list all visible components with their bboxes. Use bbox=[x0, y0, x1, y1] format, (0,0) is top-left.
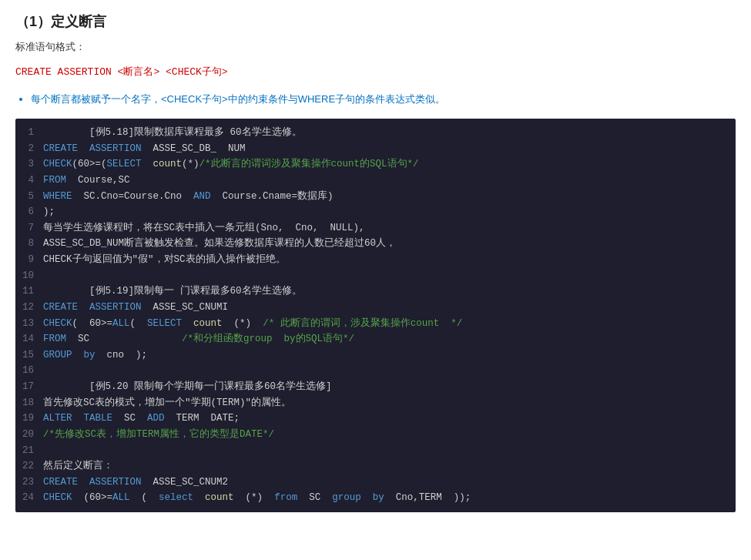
code-line: 19 ALTER TABLE SC ADD TERM DATE; bbox=[15, 411, 736, 427]
code-line: 15 GROUP by cno ); bbox=[15, 347, 736, 364]
line-number: 8 bbox=[15, 236, 43, 252]
line-content: ALTER TABLE SC ADD TERM DATE; bbox=[43, 411, 736, 427]
code-line: 3 CHECK(60>=(SELECT count(*)/*此断言的谓词涉及聚集… bbox=[15, 156, 736, 173]
line-content: FROM SC /*和分组函数group by的SQL语句*/ bbox=[43, 331, 736, 347]
line-content: 每当学生选修课程时，将在SC表中插入一条元组(Sno, Cno, NULL), bbox=[43, 220, 736, 236]
line-content: ); bbox=[43, 204, 736, 220]
line-content: CREATE ASSERTION ASSE_SC_DB_ NUM bbox=[43, 141, 736, 157]
bullet-list: 每个断言都被赋予一个名字，<CHECK子句>中的约束条件与WHERE子句的条件表… bbox=[31, 91, 736, 108]
code-line: 24 CHECK (60>=ALL ( select count (*) fro… bbox=[15, 490, 736, 506]
code-line: 17 [例5.20 限制每个学期每一门课程最多60名学生选修] bbox=[15, 379, 736, 395]
standard-format-label: 标准语句格式： bbox=[15, 40, 736, 54]
code-line: 12 CREATE ASSERTION ASSE_SC_CNUMI bbox=[15, 300, 736, 316]
line-number: 7 bbox=[15, 220, 43, 236]
line-number: 4 bbox=[15, 173, 43, 189]
line-number: 21 bbox=[15, 443, 43, 459]
line-content: [例5.18]限制数据库课程最多 60名学生选修。 bbox=[43, 125, 736, 141]
code-line: 10 bbox=[15, 268, 736, 284]
line-number: 18 bbox=[15, 395, 43, 411]
line-number: 20 bbox=[15, 427, 43, 443]
line-content: FROM Course,SC bbox=[43, 173, 736, 189]
code-line: 5 WHERE SC.Cno=Course.Cno AND Course.Cna… bbox=[15, 189, 736, 205]
line-number: 24 bbox=[15, 490, 43, 506]
line-number: 2 bbox=[15, 141, 43, 157]
line-content: WHERE SC.Cno=Course.Cno AND Course.Cname… bbox=[43, 189, 736, 205]
code-line: 21 bbox=[15, 443, 736, 459]
code-line: 14 FROM SC /*和分组函数group by的SQL语句*/ bbox=[15, 331, 736, 347]
code-line: 13 CHECK( 60>=ALL( SELECT count (*) /* 此… bbox=[15, 316, 736, 332]
code-line: 18 首先修改SC表的模式，增加一个"学期(TERM)"的属性。 bbox=[15, 395, 736, 411]
code-line: 22 然后定义断言： bbox=[15, 458, 736, 474]
code-line: 1 [例5.18]限制数据库课程最多 60名学生选修。 bbox=[15, 125, 736, 141]
syntax-line: CREATE ASSERTION <断言名> <CHECK子句> bbox=[15, 62, 736, 82]
page-container: （1）定义断言 标准语句格式： CREATE ASSERTION <断言名> <… bbox=[0, 0, 751, 525]
line-content: 首先修改SC表的模式，增加一个"学期(TERM)"的属性。 bbox=[43, 395, 736, 411]
code-line: 16 bbox=[15, 363, 736, 379]
line-number: 5 bbox=[15, 189, 43, 205]
line-content: 然后定义断言： bbox=[43, 458, 736, 474]
line-content: GROUP by cno ); bbox=[43, 347, 736, 364]
code-line: 23 CREATE ASSERTION ASSE_SC_CNUM2 bbox=[15, 474, 736, 491]
line-number: 11 bbox=[15, 283, 43, 300]
line-content: [例5.19]限制每一 门课程最多60名学生选修。 bbox=[43, 283, 736, 300]
code-line: 7 每当学生选修课程时，将在SC表中插入一条元组(Sno, Cno, NULL)… bbox=[15, 220, 736, 236]
line-number: 14 bbox=[15, 331, 43, 347]
line-number: 12 bbox=[15, 300, 43, 316]
line-number: 1 bbox=[15, 125, 43, 141]
line-content: /*先修改SC表，增加TERM属性，它的类型是DATE*/ bbox=[43, 427, 736, 443]
code-line: 2 CREATE ASSERTION ASSE_SC_DB_ NUM bbox=[15, 141, 736, 157]
line-content: CREATE ASSERTION ASSE_SC_CNUM2 bbox=[43, 474, 736, 491]
code-line: 6 ); bbox=[15, 204, 736, 220]
line-number: 16 bbox=[15, 363, 43, 379]
code-line: 11 [例5.19]限制每一 门课程最多60名学生选修。 bbox=[15, 283, 736, 300]
line-number: 19 bbox=[15, 411, 43, 427]
line-content: ASSE_SC_DB_NUM断言被触发检查。如果选修数据库课程的人数已经超过60… bbox=[43, 236, 736, 252]
line-number: 9 bbox=[15, 252, 43, 268]
code-line: 20 /*先修改SC表，增加TERM属性，它的类型是DATE*/ bbox=[15, 427, 736, 443]
syntax-create: CREATE ASSERTION <断言名> <CHECK子句> bbox=[15, 66, 228, 78]
code-line: 8 ASSE_SC_DB_NUM断言被触发检查。如果选修数据库课程的人数已经超过… bbox=[15, 236, 736, 252]
code-line: 9 CHECK子句返回值为"假"，对SC表的插入操作被拒绝。 bbox=[15, 252, 736, 268]
code-line: 4 FROM Course,SC bbox=[15, 173, 736, 189]
line-content: CHECK(60>=(SELECT count(*)/*此断言的谓词涉及聚集操作… bbox=[43, 156, 736, 173]
line-number: 17 bbox=[15, 379, 43, 395]
line-content: CREATE ASSERTION ASSE_SC_CNUMI bbox=[43, 300, 736, 316]
line-number: 15 bbox=[15, 347, 43, 364]
line-number: 10 bbox=[15, 268, 43, 284]
line-number: 3 bbox=[15, 156, 43, 173]
line-content: CHECK子句返回值为"假"，对SC表的插入操作被拒绝。 bbox=[43, 252, 736, 268]
code-block: 1 [例5.18]限制数据库课程最多 60名学生选修。 2 CREATE ASS… bbox=[15, 119, 736, 512]
line-content: CHECK( 60>=ALL( SELECT count (*) /* 此断言的… bbox=[43, 316, 736, 332]
line-content: CHECK (60>=ALL ( select count (*) from S… bbox=[43, 490, 736, 506]
section-title: （1）定义断言 bbox=[15, 12, 736, 31]
line-number: 6 bbox=[15, 204, 43, 220]
line-content: [例5.20 限制每个学期每一门课程最多60名学生选修] bbox=[43, 379, 736, 395]
line-number: 23 bbox=[15, 474, 43, 491]
bullet-item: 每个断言都被赋予一个名字，<CHECK子句>中的约束条件与WHERE子句的条件表… bbox=[31, 91, 736, 108]
line-number: 22 bbox=[15, 458, 43, 474]
line-number: 13 bbox=[15, 316, 43, 332]
